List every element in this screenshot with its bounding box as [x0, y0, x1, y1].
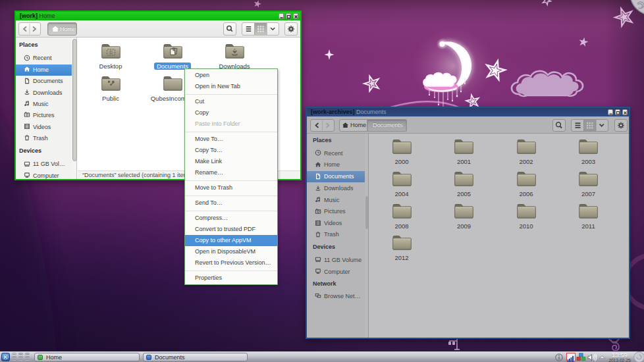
svg-text:K: K — [4, 354, 8, 360]
svg-text:D: D — [109, 50, 113, 55]
